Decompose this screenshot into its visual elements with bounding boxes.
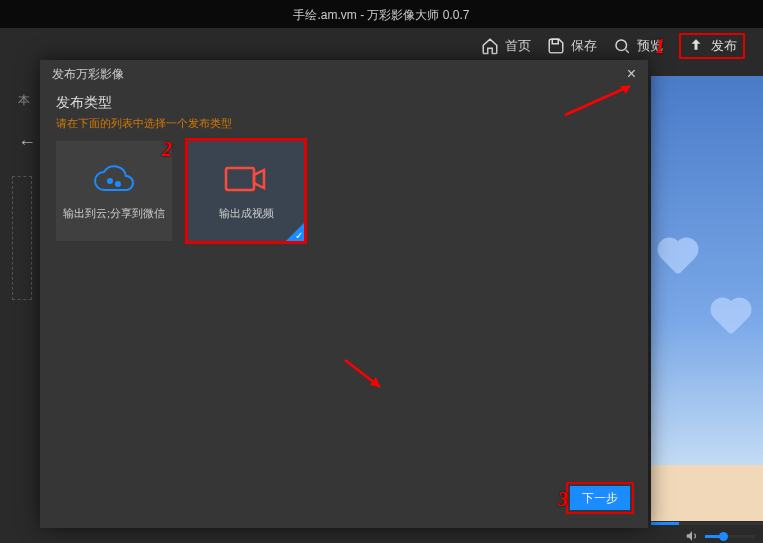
left-hint: 本 bbox=[18, 92, 30, 109]
option-video[interactable]: 输出成视频 bbox=[188, 141, 304, 241]
svg-point-3 bbox=[115, 181, 121, 187]
svg-point-2 bbox=[107, 178, 113, 184]
annotation-marker-3: 3 bbox=[558, 488, 568, 511]
annotation-arrow bbox=[340, 355, 390, 395]
svg-rect-4 bbox=[226, 168, 254, 190]
publish-dialog: 发布万彩影像 × 发布类型 请在下面的列表中选择一个发布类型 输出到云;分享到微… bbox=[40, 60, 648, 528]
publish-label: 发布 bbox=[711, 37, 737, 55]
video-icon bbox=[222, 162, 270, 196]
next-button[interactable]: 下一步 bbox=[570, 486, 630, 510]
check-icon bbox=[286, 223, 304, 241]
upload-icon bbox=[687, 37, 705, 55]
home-label: 首页 bbox=[505, 37, 531, 55]
back-arrow-icon[interactable]: ← bbox=[18, 132, 36, 153]
preview-panel bbox=[651, 76, 763, 521]
menu-bar: 首页 保存 预览 发布 bbox=[0, 28, 763, 64]
svg-rect-0 bbox=[552, 39, 558, 44]
dashed-placeholder bbox=[12, 176, 32, 300]
window-title: 手绘.am.vm - 万彩影像大师 0.0.7 bbox=[0, 8, 763, 28]
speaker-icon bbox=[685, 529, 699, 543]
option-cloud-label: 输出到云;分享到微信 bbox=[63, 206, 165, 221]
home-icon bbox=[481, 37, 499, 55]
save-label: 保存 bbox=[571, 37, 597, 55]
section-hint: 请在下面的列表中选择一个发布类型 bbox=[56, 116, 632, 131]
publish-button[interactable]: 发布 bbox=[679, 33, 745, 59]
section-title: 发布类型 bbox=[56, 94, 632, 112]
cloud-icon bbox=[92, 162, 136, 196]
svg-line-5 bbox=[565, 86, 630, 115]
volume-slider[interactable] bbox=[705, 535, 755, 538]
home-button[interactable]: 首页 bbox=[481, 37, 531, 55]
progress-bar[interactable] bbox=[651, 522, 763, 525]
option-video-label: 输出成视频 bbox=[219, 206, 274, 221]
volume-control[interactable] bbox=[685, 529, 755, 543]
dialog-title: 发布万彩影像 bbox=[52, 66, 124, 83]
heart-icon bbox=[714, 301, 748, 335]
save-button[interactable]: 保存 bbox=[547, 37, 597, 55]
preview-icon bbox=[613, 37, 631, 55]
heart-icon bbox=[661, 241, 695, 275]
dialog-header: 发布万彩影像 × bbox=[40, 60, 648, 88]
option-cloud[interactable]: 输出到云;分享到微信 bbox=[56, 141, 172, 241]
annotation-marker-1: 1 bbox=[655, 35, 665, 58]
annotation-marker-2: 2 bbox=[162, 138, 172, 161]
svg-point-1 bbox=[616, 40, 627, 51]
save-icon bbox=[547, 37, 565, 55]
annotation-arrow bbox=[560, 80, 640, 120]
